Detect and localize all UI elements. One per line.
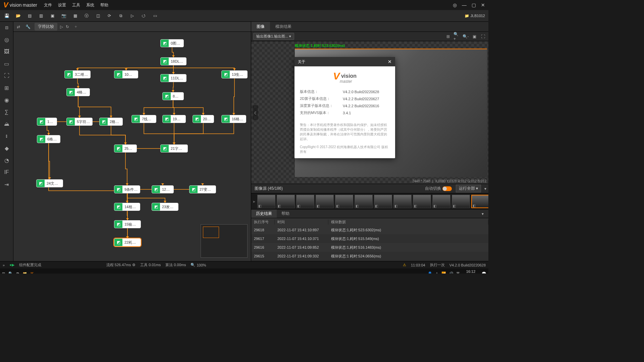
menu-help[interactable]: 帮助 (100, 2, 108, 8)
tool-paint-icon[interactable]: ◆ (2, 144, 11, 153)
tab-help[interactable]: 帮助 (277, 209, 294, 218)
expand-left-icon[interactable]: » (3, 263, 5, 267)
thumb-prev-icon[interactable]: ▸ (253, 199, 256, 204)
flow-node[interactable]: ◩13生产日期 (221, 70, 248, 78)
flow-node[interactable]: ◩4格式化2 (66, 88, 90, 96)
flow-node[interactable]: ◩15输出图像1 (114, 220, 141, 228)
play-icon[interactable]: ▷ (129, 12, 136, 19)
flow-tree-icon[interactable]: ⇄ (15, 24, 21, 29)
fit-icon[interactable]: ▣ (471, 33, 478, 40)
tab-module-result[interactable]: 模块结果 (270, 22, 297, 32)
search-icon[interactable]: 🔍 (8, 272, 13, 274)
flow-node[interactable]: ◩25逻辑1 (114, 144, 137, 153)
flow-node[interactable]: ◩5字符比较1 (66, 118, 93, 126)
menu-tools[interactable]: 工具 (72, 2, 80, 8)
history-row[interactable]: 296152022-11-07 15:41:09:332模块状态:1 耗时:52… (251, 252, 488, 260)
flow-node[interactable]: ◩2格式化1 (99, 118, 123, 126)
zoom-out-icon[interactable]: 🔍- (462, 33, 469, 40)
tab-loop-icon[interactable]: ↻ (66, 24, 69, 29)
flow-node[interactable]: ◩27变量计算1 (189, 185, 216, 193)
play-loop-icon[interactable]: ⭯ (140, 12, 147, 19)
tool-formula-icon[interactable]: ∑ (2, 108, 11, 116)
status-run-icon[interactable]: ●▶ (9, 263, 14, 267)
thumbnail[interactable] (413, 195, 431, 208)
tool-circle-icon[interactable]: ◉ (2, 96, 11, 104)
tool-camera-icon[interactable]: ⧇ (2, 23, 11, 32)
flow-node[interactable]: ◩0图像源 (160, 39, 184, 47)
maximize-icon[interactable]: ▢ (472, 2, 476, 8)
flow-node[interactable]: ◩8脚本1 (162, 92, 184, 100)
flow-node[interactable]: ◩6格式化6 (37, 135, 60, 143)
flow-node[interactable]: ◩22耗时统计1 (114, 238, 141, 246)
flow-canvas[interactable]: ◩0图像源◩18DL字符...◩3二维码识...◩10身份码◩11DL字符...… (13, 32, 251, 261)
auto-switch-toggle[interactable] (442, 186, 452, 191)
task-view-icon[interactable]: ⧉ (16, 272, 19, 274)
flow-node[interactable]: ◩3二维码识... (64, 70, 91, 78)
tray-volume-icon[interactable]: 🔊 (449, 272, 453, 274)
menu-system[interactable]: 系统 (86, 2, 94, 8)
close-window-icon[interactable]: ✕ (481, 2, 485, 8)
flow-node[interactable]: ◩11DL字符... (160, 74, 186, 82)
thumbnail[interactable] (374, 195, 392, 208)
minimize-icon[interactable]: — (462, 2, 467, 8)
history-row[interactable]: 296182022-11-07 15:41:10:897模块状态:1,耗时:52… (251, 226, 488, 234)
flow-node[interactable]: ◩14相机IO... (114, 203, 140, 211)
layout1-icon[interactable]: ▤ (26, 12, 33, 19)
tray-clock[interactable]: 16:12 2022/11/8 (463, 269, 479, 274)
flow-node[interactable]: ◩1总数 (37, 118, 57, 126)
tab-image[interactable]: 图像 (251, 22, 270, 32)
thumbnail[interactable] (316, 195, 334, 208)
save-icon[interactable]: 💾 (3, 12, 10, 19)
flow-node[interactable]: ◩18DL字符... (160, 57, 186, 65)
history-collapse-icon[interactable]: ▾ (477, 209, 488, 218)
tool-chart-icon[interactable]: ⫾ (2, 132, 11, 140)
tool-rect-icon[interactable]: ▭ (2, 59, 11, 68)
flow-node[interactable]: ◩23发送数据1 (152, 203, 178, 211)
tool-if-icon[interactable]: IF (2, 168, 11, 177)
thumbnail[interactable] (393, 195, 412, 208)
camera-icon[interactable]: 📷 (60, 12, 67, 19)
explorer-icon[interactable]: 📁 (22, 272, 27, 274)
tray-chevron-icon[interactable]: ＾ (435, 271, 439, 274)
module-icon[interactable]: ◫ (95, 12, 101, 19)
var-icon[interactable]: ⓥ (83, 12, 90, 19)
history-row[interactable]: 296162022-11-07 15:41:09:852模块状态:1,耗时:51… (251, 243, 488, 252)
app-taskbar-icon[interactable]: V (31, 272, 33, 274)
minimap[interactable] (201, 224, 248, 258)
collapse-icon[interactable]: ▾ (484, 186, 486, 191)
flow-node[interactable]: ◩24文本保存1 (36, 179, 63, 187)
flow-node[interactable]: ◩10身份码 (114, 70, 138, 78)
fullscreen-icon[interactable]: ⛶ (480, 33, 486, 40)
tray-people-icon[interactable]: 👤 (428, 272, 432, 274)
thumbnail[interactable] (355, 195, 373, 208)
thumbnail[interactable] (432, 195, 450, 208)
thumbnail[interactable] (335, 195, 353, 208)
code-icon[interactable]: ⧉ (117, 12, 124, 19)
flow-node[interactable]: ◩20时间 (193, 115, 214, 123)
tool-gauge-icon[interactable]: ◔ (2, 156, 11, 165)
about-close-icon[interactable]: ✕ (388, 59, 392, 64)
tab-history-results[interactable]: 历史结果 (251, 209, 277, 218)
tool-grid-icon[interactable]: ⊞ (2, 83, 11, 92)
thumbnail[interactable] (471, 195, 488, 208)
zoom-in-icon[interactable]: 🔍+ (453, 33, 460, 40)
flow-node[interactable]: ◩9条件检测1 (114, 185, 140, 193)
table-icon[interactable]: ▦ (72, 12, 78, 19)
tab-play-icon[interactable]: ▷ (60, 24, 63, 29)
refresh-icon[interactable]: ⟳ (106, 12, 113, 19)
tool-crop-icon[interactable]: ⛶ (2, 71, 11, 80)
tool-exit-icon[interactable]: ⇥ (2, 180, 11, 189)
start-button[interactable]: ⊞ (2, 272, 5, 274)
tool-mountain-icon[interactable]: ⛰ (2, 120, 11, 128)
history-row[interactable]: 296172022-11-07 15:41:10:371模块状态:1,耗时:51… (251, 234, 488, 243)
tray-ime[interactable]: 英 (456, 271, 460, 274)
form-icon[interactable]: ▭ (152, 12, 158, 19)
canvas-tab-active[interactable]: 字符比较 (35, 23, 57, 31)
prev-image-icon[interactable]: ‹ (253, 105, 258, 120)
tray-notifications-icon[interactable]: 💬 (482, 272, 486, 274)
thumbnail[interactable] (277, 195, 295, 208)
status-warn-icon[interactable]: ⚠ (403, 263, 406, 267)
tray-wifi-icon[interactable]: 📶 (441, 272, 446, 274)
output-image-combo[interactable]: 输出图像1.输出图... ▾ (253, 33, 294, 40)
thumbnail[interactable] (257, 195, 275, 208)
